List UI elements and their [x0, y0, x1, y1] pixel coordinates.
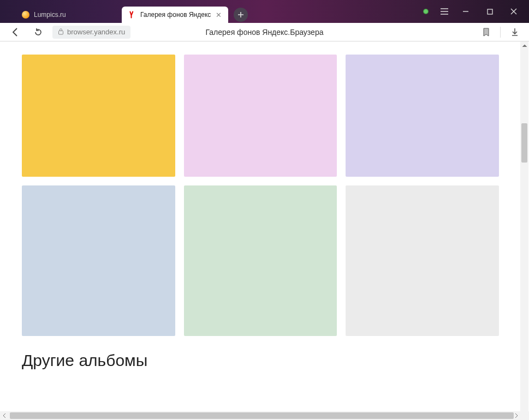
tab-label: Галерея фонов Яндекс	[140, 11, 211, 19]
swatch-tile[interactable]	[184, 55, 337, 177]
toolbar-separator	[500, 27, 501, 38]
scroll-track[interactable]	[520, 50, 528, 411]
page: Другие альбомы	[0, 41, 521, 411]
downloads-icon[interactable]	[507, 28, 522, 37]
swatch-tile[interactable]	[346, 55, 499, 177]
scroll-thumb[interactable]	[521, 123, 527, 163]
scroll-up-icon[interactable]	[520, 41, 528, 50]
favicon-yandex	[128, 11, 136, 19]
tab-label: Lumpics.ru	[34, 11, 115, 19]
titlebar: Lumpics.ru Галерея фонов Яндекс ✕	[0, 0, 529, 23]
scroll-left-icon[interactable]	[0, 411, 9, 420]
svg-rect-1	[59, 31, 63, 34]
url-text: browser.yandex.ru	[67, 28, 125, 36]
favicon-lumpics	[22, 11, 29, 19]
content-viewport: Другие альбомы	[0, 41, 529, 420]
section-heading: Другие альбомы	[22, 351, 499, 370]
svg-rect-0	[488, 9, 492, 14]
lock-icon	[58, 28, 64, 37]
tab-lumpics[interactable]: Lumpics.ru	[15, 7, 122, 23]
vertical-scrollbar[interactable]	[520, 41, 528, 420]
horizontal-scrollbar[interactable]	[0, 411, 529, 420]
scroll-thumb[interactable]	[10, 412, 514, 419]
address-bar[interactable]: browser.yandex.ru	[52, 26, 130, 39]
bookmark-icon[interactable]	[478, 28, 494, 37]
tab-gallery[interactable]: Галерея фонов Яндекс ✕	[122, 7, 228, 23]
window-controls	[417, 0, 526, 23]
swatch-tile[interactable]	[346, 185, 499, 336]
swatch-tile[interactable]	[22, 55, 175, 177]
swatch-grid	[22, 55, 499, 336]
browser-menu-button[interactable]	[435, 8, 454, 15]
address-toolbar: browser.yandex.ru Галерея фонов Яндекс.Б…	[0, 23, 529, 41]
reload-button[interactable]	[29, 28, 47, 37]
page-title: Галерея фонов Яндекс.Браузера	[206, 28, 324, 37]
scroll-right-icon[interactable]	[512, 411, 521, 420]
new-tab-button[interactable]	[234, 8, 248, 22]
close-window-button[interactable]	[502, 3, 526, 20]
minimize-button[interactable]	[454, 3, 478, 20]
close-tab-icon[interactable]: ✕	[216, 11, 222, 19]
tab-strip: Lumpics.ru Галерея фонов Яндекс ✕	[0, 0, 248, 23]
swatch-tile[interactable]	[22, 185, 175, 336]
swatch-tile[interactable]	[184, 185, 337, 336]
extension-icon[interactable]	[417, 9, 435, 14]
back-button[interactable]	[7, 27, 24, 37]
maximize-button[interactable]	[478, 3, 502, 20]
